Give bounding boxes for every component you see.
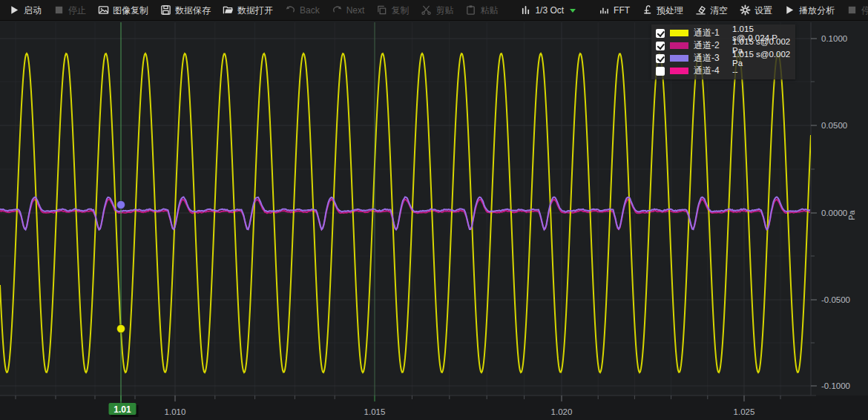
toolbar-button-label: 设置 — [754, 0, 772, 21]
toolbar-button-label: 图像复制 — [113, 0, 148, 21]
toolbar-button-label: 停止 — [68, 0, 86, 21]
next-button: Next — [326, 0, 371, 21]
chevron-down-icon — [569, 7, 576, 13]
channel-label: 通道-1 — [694, 27, 727, 39]
channel-checkbox[interactable] — [656, 67, 665, 76]
svg-text:1.01: 1.01 — [114, 404, 131, 415]
toolbar-button-label: 复制 — [391, 0, 409, 21]
toolbar-button-label: Back — [300, 0, 320, 21]
save-icon — [160, 4, 171, 16]
folder-icon — [223, 4, 234, 16]
svg-text:1.025: 1.025 — [734, 407, 755, 416]
playback-analysis-button[interactable]: 播放分析 — [778, 0, 841, 21]
data-save-button[interactable]: 数据保存 — [154, 0, 217, 21]
toolbar-button-label: 清空 — [710, 0, 728, 21]
toolbar-button-label: 数据打开 — [237, 0, 273, 21]
image-icon — [98, 4, 109, 16]
start-button[interactable]: 启动 — [3, 0, 47, 21]
svg-text:-0.1000: -0.1000 — [821, 381, 850, 390]
toolbar-button-label: 停止播放 — [861, 0, 868, 21]
channel-checkbox[interactable] — [656, 42, 665, 50]
waveform-plot[interactable]: 1.0101.0151.0201.0250.10000.05000.0000-0… — [0, 21, 868, 420]
svg-text:1.020: 1.020 — [551, 407, 573, 416]
legend-row: 通道-31.015 s@0.002 Pa — [656, 52, 791, 65]
back-button: Back — [279, 0, 326, 21]
play-icon — [784, 4, 795, 16]
channel-color-swatch — [670, 55, 688, 62]
cut-icon — [421, 4, 432, 16]
settings-button[interactable]: 设置 — [734, 0, 778, 21]
preprocess-button[interactable]: 预处理 — [636, 0, 689, 21]
stop-icon — [846, 4, 858, 16]
copy-icon — [376, 4, 387, 16]
channel-label: 通道-4 — [694, 65, 727, 77]
paste-button: 粘贴 — [459, 0, 504, 21]
channel-cursor-value: 1.015 s@0.002 Pa — [732, 50, 791, 68]
toolbar-button-label: 粘贴 — [480, 0, 498, 21]
channel-color-swatch — [670, 42, 688, 49]
clear-button[interactable]: 清空 — [689, 0, 734, 21]
channel-legend: 通道-11.015 s@-0.024 P通道-21.015 s@0.002 Pa… — [651, 24, 795, 79]
svg-text:Pa: Pa — [847, 209, 856, 220]
toolbar-button-label: 1/3 Oct — [535, 0, 564, 21]
fft-button[interactable]: FFT — [593, 0, 636, 21]
channel-color-swatch — [670, 30, 688, 36]
filter-icon — [642, 4, 653, 16]
octave-mode-dropdown[interactable]: 1/3 Oct — [514, 0, 582, 21]
toolbar-button-label: 播放分析 — [799, 0, 835, 21]
channel-cursor-value: -- — [732, 67, 738, 76]
svg-text:0.1000: 0.1000 — [821, 34, 847, 43]
svg-text:0.0500: 0.0500 — [821, 121, 847, 130]
play-icon — [9, 4, 20, 16]
channel-label: 通道-2 — [694, 39, 727, 52]
svg-text:-0.0500: -0.0500 — [821, 295, 850, 304]
toolbar-button-label: 预处理 — [657, 0, 683, 21]
stop-playback-button: 停止播放 — [841, 0, 868, 21]
channel-label: 通道-3 — [694, 52, 727, 65]
undo-icon — [285, 4, 296, 16]
channel-checkbox[interactable] — [656, 54, 665, 63]
eraser-icon — [695, 4, 706, 16]
paste-icon — [465, 4, 476, 16]
cut-button: 剪贴 — [415, 0, 459, 21]
stop-button: 停止 — [47, 0, 92, 21]
svg-text:1.010: 1.010 — [165, 407, 186, 416]
toolbar: 启动停止图像复制数据保存数据打开BackNext复制剪贴粘贴1/3 OctFFT… — [0, 0, 868, 21]
toolbar-button-label: 数据保存 — [175, 0, 211, 21]
channel-checkbox[interactable] — [656, 29, 665, 38]
stop-icon — [53, 4, 65, 16]
toolbar-button-label: Next — [346, 0, 365, 21]
gear-icon — [740, 4, 751, 16]
data-open-button[interactable]: 数据打开 — [217, 0, 279, 21]
copy-button: 复制 — [370, 0, 415, 21]
svg-text:0.0000: 0.0000 — [821, 209, 847, 217]
channel-color-swatch — [670, 68, 688, 74]
toolbar-button-label: 启动 — [24, 0, 42, 21]
toolbar-button-label: 剪贴 — [435, 0, 453, 21]
bars-icon — [520, 4, 531, 16]
redo-icon — [332, 4, 343, 16]
fft-icon — [599, 4, 610, 16]
toolbar-button-label: FFT — [614, 0, 630, 21]
image-copy-button[interactable]: 图像复制 — [92, 0, 154, 21]
svg-text:1.015: 1.015 — [364, 407, 386, 416]
